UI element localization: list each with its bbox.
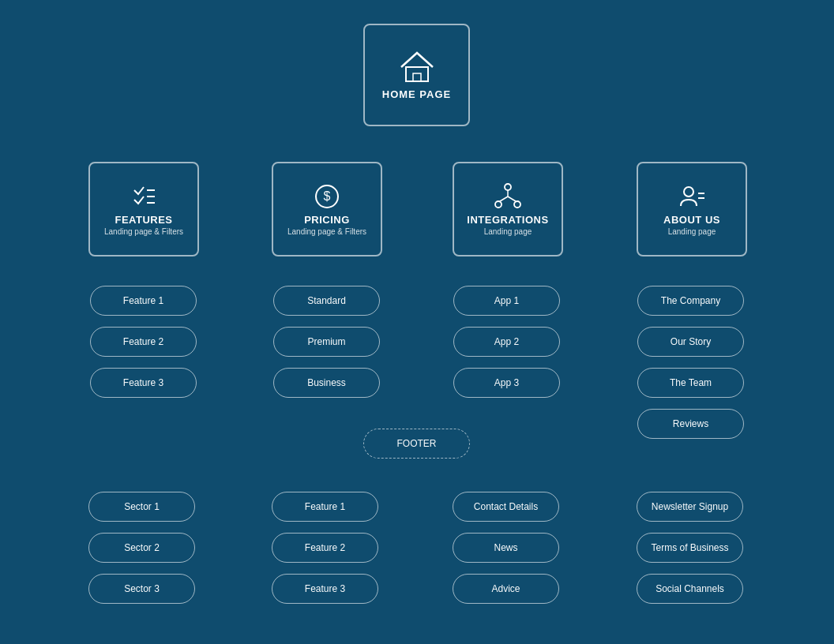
svg-point-41 (505, 184, 511, 190)
footer-advice-node[interactable]: Advice (453, 574, 559, 604)
pricing-card[interactable]: $ PRICING Landing page & Filters (272, 162, 382, 256)
feature-1-node[interactable]: Feature 1 (90, 286, 197, 316)
integrations-title: INTEGRATIONS (467, 214, 548, 226)
home-title: HOME PAGE (382, 88, 452, 100)
integrations-card[interactable]: INTEGRATIONS Landing page (453, 162, 563, 256)
footer-sector1-node[interactable]: Sector 1 (88, 492, 195, 522)
features-icon (130, 182, 158, 214)
about-icon (678, 182, 706, 214)
svg-line-45 (500, 197, 508, 201)
business-node[interactable]: Business (273, 368, 380, 398)
the-team-node[interactable]: The Team (637, 368, 744, 398)
feature-3-node[interactable]: Feature 3 (90, 368, 197, 398)
svg-text:$: $ (324, 189, 331, 203)
footer-sector2-node[interactable]: Sector 2 (88, 533, 195, 563)
our-story-node[interactable]: Our Story (637, 327, 744, 357)
pricing-subtitle: Landing page & Filters (287, 227, 366, 236)
features-subtitle: Landing page & Filters (104, 227, 183, 236)
footer-terms-node[interactable]: Terms of Business (637, 533, 743, 563)
home-icon (397, 50, 437, 88)
features-title: FEATURES (115, 214, 172, 226)
svg-rect-34 (406, 67, 428, 81)
footer-feature1-node[interactable]: Feature 1 (272, 492, 378, 522)
pricing-title: PRICING (304, 214, 350, 226)
app-3-node[interactable]: App 3 (453, 368, 560, 398)
home-page-node[interactable]: HOME PAGE (363, 24, 470, 126)
standard-node[interactable]: Standard (273, 286, 380, 316)
svg-line-46 (508, 197, 516, 201)
svg-point-42 (495, 201, 502, 208)
svg-point-43 (514, 201, 520, 208)
svg-rect-35 (413, 73, 421, 81)
footer-social-node[interactable]: Social Channels (637, 574, 743, 604)
footer-news-node[interactable]: News (453, 533, 559, 563)
footer-feature3-node[interactable]: Feature 3 (272, 574, 378, 604)
about-card[interactable]: ABOUT US Landing page (637, 162, 747, 256)
integrations-icon (494, 182, 522, 214)
the-company-node[interactable]: The Company (637, 286, 744, 316)
app-2-node[interactable]: App 2 (453, 327, 560, 357)
footer-newsletter-node[interactable]: Newsletter Signup (637, 492, 743, 522)
reviews-node[interactable]: Reviews (637, 409, 744, 439)
app-1-node[interactable]: App 1 (453, 286, 560, 316)
feature-2-node[interactable]: Feature 2 (90, 327, 197, 357)
footer-feature2-node[interactable]: Feature 2 (272, 533, 378, 563)
site-map-diagram: HOME PAGE FEATURES Landing page & Filter… (0, 0, 834, 55)
svg-point-47 (684, 187, 693, 197)
about-subtitle: Landing page (668, 227, 716, 236)
integrations-subtitle: Landing page (484, 227, 532, 236)
footer-sector3-node[interactable]: Sector 3 (88, 574, 195, 604)
about-title: ABOUT US (663, 214, 720, 226)
footer-contact-node[interactable]: Contact Details (453, 492, 559, 522)
footer-node[interactable]: FOOTER (363, 429, 470, 459)
features-card[interactable]: FEATURES Landing page & Filters (88, 162, 199, 256)
premium-node[interactable]: Premium (273, 327, 380, 357)
pricing-icon: $ (313, 182, 341, 214)
